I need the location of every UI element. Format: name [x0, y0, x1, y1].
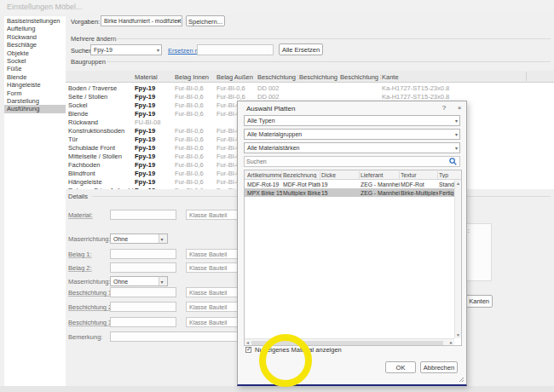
filter-combobox-alle-materialst-rken[interactable]: Alle Materialstärken▾	[244, 142, 460, 153]
material-list: ArtikelnummerBezeichnungDickeLieferantTe…	[244, 170, 462, 346]
material-row-mpx-birke-15[interactable]: MPX Birke 15Multiplex Birke ...15ZEG - M…	[245, 188, 454, 197]
sidebar-item-h-ngeleiste[interactable]: Hängeleiste	[4, 81, 66, 89]
search-icon[interactable]	[449, 158, 457, 167]
settings-sidebar: BasiseinstellungenAufteilungRückwandBesc…	[4, 16, 66, 386]
cell-material: Fpy-19	[135, 161, 174, 169]
resize-grip-icon[interactable]	[459, 377, 465, 383]
cell-name: Mittelseite / Stollen	[68, 153, 134, 160]
desktop-strip	[0, 386, 554, 392]
filter-combobox-alle-materialgruppen[interactable]: Alle Materialgruppen▾	[244, 129, 460, 140]
cell-material: Fpy-19	[135, 170, 174, 177]
field-input-material[interactable]	[110, 210, 176, 220]
search-input[interactable]	[244, 156, 460, 167]
sidebar-item-basiseinstellungen[interactable]: Basiseinstellungen	[4, 17, 66, 25]
cell-artikelnummer: MDF-Rot-19	[247, 182, 282, 187]
klasse-value: Klasse Bauteil	[189, 320, 227, 326]
dialog-title: Auswahl Platten	[246, 105, 295, 112]
column-header-belag-innen: Belag Innen	[175, 73, 216, 81]
baugruppen-title: Baugruppen	[71, 58, 106, 66]
table-row-boden-traverse[interactable]: Boden / TraverseFpy-19Fur-BI-0,6Fur-BI-0…	[66, 84, 554, 92]
combo-arrow-button[interactable]: ▾	[159, 234, 167, 243]
field-input-belag-1[interactable]	[110, 249, 176, 259]
cell-name: Sockel	[68, 101, 134, 109]
filter-combobox-alle-typen[interactable]: Alle Typen▾	[244, 115, 460, 126]
sidebar-item-r-ckwand[interactable]: Rückwand	[4, 33, 66, 41]
cell-material: Fpy-19	[135, 93, 174, 101]
field-label-maserrichtung: Maserrichtung:	[68, 235, 111, 243]
sidebar-item-sockel[interactable]: Sockel	[4, 57, 66, 65]
cell-belag-innen: Fur-BI-0,6	[175, 144, 216, 152]
cell-dicke: 15	[321, 190, 360, 196]
klasse-value: Klasse Bauteil	[189, 265, 227, 271]
chevron-down-icon: ▾	[455, 145, 458, 151]
suchen-combobox[interactable]: Fpy-19 ▾	[90, 44, 162, 55]
cell-textur: Birke-Multiplex	[401, 190, 438, 196]
cell-name: Konstruktionsboden	[68, 127, 134, 135]
cell-kante: Ka-H1727-ST15-23x0.8	[382, 93, 476, 101]
field-input-beschichtung-1[interactable]	[110, 287, 176, 297]
cell-kante: Ka-H1727-ST15-23x0.8	[382, 84, 476, 92]
suchen-value: Fpy-19	[94, 47, 113, 53]
combo-arrow-button[interactable]: ▾	[159, 277, 167, 285]
nur-eigenes-material-checkbox[interactable]: ✓	[245, 347, 251, 353]
klasse-value: Klasse Bauteil	[189, 304, 227, 310]
sidebar-item-ausf-hrung[interactable]: Ausführung	[4, 105, 66, 112]
chevron-down-icon: ▾	[455, 131, 458, 137]
vorgaben-value: Birke Handfurniert - modifiziert	[104, 18, 181, 24]
speichern-button[interactable]: Speichern...	[186, 15, 225, 26]
cell-name: Fachboden	[68, 161, 134, 169]
maserrichtung-combobox[interactable]: Ohne▾	[110, 276, 168, 286]
cell-belag-innen: Fur-BI-0,6	[175, 84, 216, 92]
vorgaben-combobox[interactable]: Birke Handfurniert - modifiziert ▾	[101, 15, 182, 26]
close-icon[interactable]: ×	[455, 104, 464, 112]
column-header-lieferant: Lieferant	[361, 172, 400, 178]
cell-belag-innen: Fur-BI-0,6	[175, 101, 216, 109]
sidebar-item-aufteilung[interactable]: Aufteilung	[4, 25, 66, 32]
baugruppen-table-header: MaterialBelag InnenBelag AußenBeschichtu…	[66, 71, 554, 83]
group-divider	[115, 38, 551, 39]
column-header-material: Material	[135, 73, 174, 81]
scroll-up-icon[interactable]: ▲	[456, 181, 460, 186]
column-header-beschichtung-2: Beschichtung 2	[299, 73, 339, 81]
cell-material: Fpy-19	[135, 110, 174, 118]
cell-belag-innen: Fur-BI-0,6	[175, 153, 216, 160]
field-label-beschichtung-1: Beschichtung 1:	[68, 289, 113, 297]
annotation-ring	[259, 334, 312, 387]
field-input-beschichtung-2[interactable]	[110, 302, 176, 312]
sidebar-item-form[interactable]: Form	[4, 89, 66, 97]
sidebar-item-beschl-ge[interactable]: Beschläge	[4, 41, 66, 49]
column-header-beschichtung-1: Beschichtung 1	[257, 73, 298, 81]
column-header-textur: Textur	[401, 172, 438, 178]
field-input-belag-2[interactable]	[110, 262, 176, 273]
field-label-belag-2: Belag 2:	[68, 264, 92, 272]
sidebar-item-objekte[interactable]: Objekte	[4, 49, 66, 57]
klasse-value: Klasse Bauteil	[189, 251, 227, 257]
field-input-beschichtung-3[interactable]	[110, 317, 176, 327]
vertical-scrollbar[interactable]: ▲ ▼	[454, 180, 461, 338]
ersetzen-mit-input[interactable]	[197, 44, 274, 55]
sidebar-item-darstellung[interactable]: Darstellung	[4, 97, 66, 105]
material-row-mdf-rot-19[interactable]: MDF-Rot-19MDF-Rot Platten19ZEG - Mannhei…	[245, 180, 454, 188]
cell-material: Fpy-19	[135, 101, 174, 109]
scroll-down-icon[interactable]: ▼	[456, 332, 460, 337]
maserrichtung-combobox[interactable]: Ohne▾	[110, 233, 168, 244]
cell-belag-innen: Fur-BI-0,6	[175, 135, 216, 143]
column-divider	[399, 171, 400, 179]
mehrere-aendern-title: Mehrere ändern	[71, 35, 116, 43]
dialog-help-button[interactable]: ?	[440, 104, 448, 112]
column-divider	[281, 171, 282, 179]
cell-belag-innen: Fur-BI-0,6	[175, 170, 216, 177]
table-row-seite-stollen[interactable]: Seite / StollenFpy-19Fur-BI-0,6Fur-BI-0,…	[66, 92, 554, 101]
sidebar-item-f-e[interactable]: Füße	[4, 65, 66, 72]
ok-button[interactable]: OK	[385, 361, 416, 373]
column-divider	[526, 72, 527, 81]
alle-ersetzen-button[interactable]: Alle Ersetzen	[279, 43, 323, 55]
cell-name: Tür	[68, 135, 134, 143]
sidebar-item-blende[interactable]: Blende	[4, 73, 66, 81]
chevron-down-icon: ▾	[161, 236, 164, 242]
cancel-button[interactable]: Abbrechen	[420, 361, 458, 373]
scroll-right-icon[interactable]: ►	[449, 340, 453, 345]
scroll-left-icon[interactable]: ◄	[245, 340, 250, 345]
checkmark-icon: ✓	[246, 346, 251, 353]
sidebar-list: BasiseinstellungenAufteilungRückwandBesc…	[4, 17, 66, 113]
